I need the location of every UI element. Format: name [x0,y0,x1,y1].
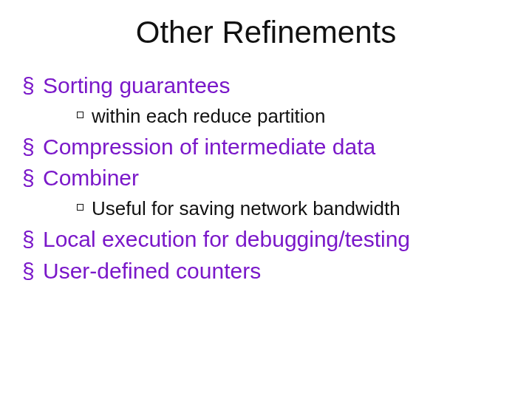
bullet-text: User-defined counters [43,259,261,283]
bullet-item: Local execution for debugging/testing [22,225,510,255]
bullet-item: Sorting guarantees within each reduce pa… [22,71,510,129]
bullet-list: Sorting guarantees within each reduce pa… [22,71,510,286]
bullet-text: Compression of intermediate data [43,134,375,159]
sub-bullet-item: within each reduce partition [71,103,510,129]
bullet-item: Compression of intermediate data [22,132,510,163]
bullet-text: Local execution for debugging/testing [43,227,410,251]
sub-bullet-text: within each reduce partition [92,105,326,127]
slide: Other Refinements Sorting guarantees wit… [0,0,532,399]
sub-bullet-list: Useful for saving network bandwidth [43,195,510,222]
bullet-item: User-defined counters [22,256,510,287]
bullet-text: Sorting guarantees [43,73,231,98]
bullet-text: Combiner [43,166,139,190]
sub-bullet-text: Useful for saving network bandwidth [92,197,400,219]
slide-title: Other Refinements [22,15,510,50]
sub-bullet-item: Useful for saving network bandwidth [71,195,510,222]
sub-bullet-list: within each reduce partition [43,103,510,129]
bullet-item: Combiner Useful for saving network bandw… [22,163,510,222]
